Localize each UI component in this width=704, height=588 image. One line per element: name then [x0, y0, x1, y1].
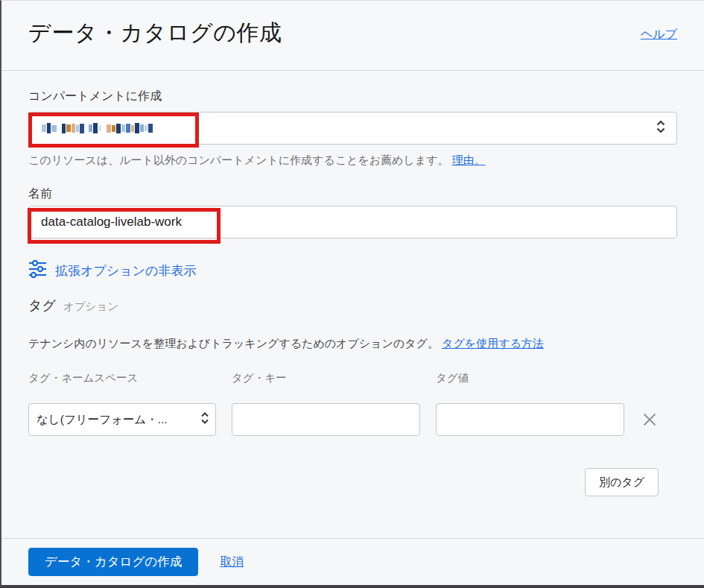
- tag-namespace-label: タグ・ネームスペース: [28, 371, 216, 385]
- another-tag-button[interactable]: 別のタグ: [585, 468, 659, 496]
- chevron-updown-icon: [656, 118, 666, 138]
- tags-heading: タグ: [28, 297, 56, 314]
- remove-tag-icon[interactable]: [640, 411, 659, 429]
- create-data-catalog-dialog: データ・カタログの作成 ヘルプ コンパートメントに作成 このリソースは、ルート以…: [0, 0, 704, 588]
- tags-help-link[interactable]: タグを使用する方法: [442, 337, 544, 350]
- compartment-hint-text: このリソースは、ルート以外のコンパートメントに作成することをお薦めします。: [28, 154, 449, 166]
- chevron-updown-icon: [200, 411, 209, 429]
- name-input[interactable]: [28, 206, 677, 238]
- cancel-link[interactable]: 取消: [220, 554, 244, 570]
- tag-key-input[interactable]: [232, 403, 420, 436]
- advanced-options-toggle[interactable]: 拡張オプションの非表示: [28, 259, 677, 282]
- tag-value-label: タグ値: [436, 371, 624, 385]
- footer: データ・カタログの作成 取消: [1, 538, 704, 585]
- tag-value-input[interactable]: [436, 403, 624, 436]
- tag-row: なし(フリーフォーム・...: [28, 403, 677, 436]
- main-content: コンパートメントに作成 このリソースは、ルート以外のコンパートメントに作成するこ…: [1, 89, 704, 496]
- advanced-options-label: 拡張オプションの非表示: [55, 262, 196, 279]
- page-title: データ・カタログの作成: [28, 18, 282, 48]
- tag-namespace-value: なし(フリーフォーム・...: [37, 412, 168, 428]
- sliders-icon: [28, 259, 47, 282]
- compartment-label: コンパートメントに作成: [28, 89, 677, 104]
- tags-description: テナンシ内のリソースを整理およびトラッキングするためのオプションのタグ。 タグを…: [28, 337, 677, 351]
- hint-why-link[interactable]: 理由。: [452, 154, 486, 166]
- create-button[interactable]: データ・カタログの作成: [28, 548, 198, 576]
- tags-section-heading: タグ オプション: [28, 297, 677, 314]
- tags-description-text: テナンシ内のリソースを整理およびトラッキングするためのオプションのタグ。: [28, 337, 439, 350]
- name-label: 名前: [28, 186, 677, 202]
- compartment-select[interactable]: [28, 112, 677, 145]
- header: データ・カタログの作成 ヘルプ: [1, 1, 704, 71]
- redacted-compartment-value: [42, 121, 153, 135]
- tag-namespace-select[interactable]: なし(フリーフォーム・...: [28, 403, 216, 436]
- tag-column-labels: タグ・ネームスペース タグ・キー タグ値: [28, 371, 677, 385]
- help-link[interactable]: ヘルプ: [641, 27, 677, 42]
- compartment-hint: このリソースは、ルート以外のコンパートメントに作成することをお薦めします。 理由…: [28, 154, 677, 168]
- tags-optional-label: オプション: [63, 300, 118, 314]
- another-tag-row: 別のタグ: [28, 468, 659, 496]
- tag-key-label: タグ・キー: [232, 371, 420, 385]
